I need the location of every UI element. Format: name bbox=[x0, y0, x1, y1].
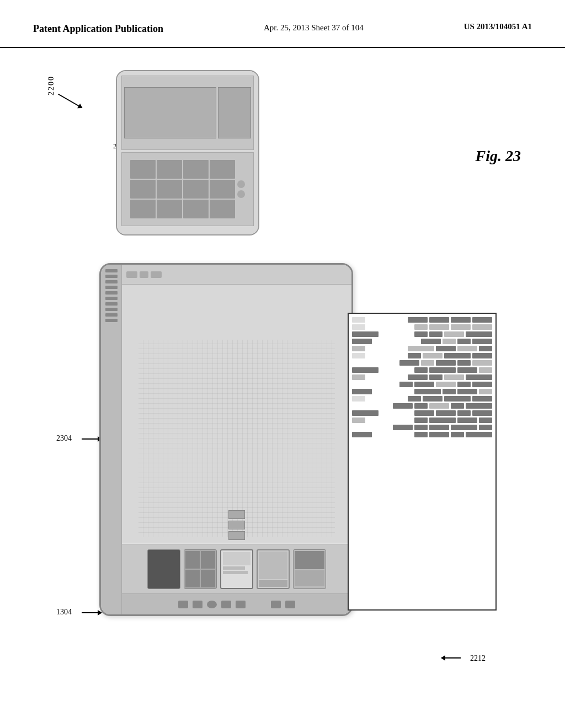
right-panel-2212 bbox=[348, 313, 497, 611]
grid-row bbox=[352, 324, 492, 330]
toolbar-icon bbox=[193, 601, 202, 608]
grid-row bbox=[352, 360, 492, 366]
grid-cell bbox=[457, 382, 471, 387]
grid-cell bbox=[444, 331, 464, 337]
floating-item bbox=[228, 521, 245, 529]
sidebar-icon bbox=[105, 286, 118, 289]
mini-sidebar bbox=[218, 87, 251, 138]
grid-row bbox=[352, 417, 492, 423]
grid-cell bbox=[408, 346, 434, 351]
sidebar-icon bbox=[105, 308, 118, 311]
floating-item bbox=[228, 510, 245, 519]
grid-cell bbox=[414, 331, 428, 337]
grid-cell bbox=[393, 403, 413, 409]
mini-image bbox=[124, 87, 216, 138]
right-panel-inner bbox=[349, 314, 495, 609]
grid-cell bbox=[429, 425, 449, 430]
label-2212: 2212 bbox=[470, 654, 486, 663]
label-1304-bottom: 1304 bbox=[56, 608, 72, 617]
grid-cell bbox=[472, 410, 492, 416]
grid-cell bbox=[451, 324, 471, 330]
grid-cell bbox=[451, 425, 477, 430]
grid-cell bbox=[436, 346, 456, 351]
grid-cell bbox=[352, 339, 372, 344]
grid-row bbox=[352, 396, 492, 402]
circle-icon bbox=[237, 180, 245, 188]
grid-cell bbox=[408, 317, 428, 323]
grid-row bbox=[352, 382, 492, 387]
strip-thumbnail-mixed bbox=[293, 549, 326, 589]
grid-cell bbox=[352, 417, 365, 423]
grid-cell bbox=[451, 317, 471, 323]
page-header: Patent Application Publication Apr. 25, … bbox=[0, 0, 565, 48]
grid-cell bbox=[408, 374, 428, 380]
thumbnail-strip bbox=[122, 544, 351, 593]
grid-cell bbox=[457, 417, 477, 423]
grid-cell bbox=[183, 200, 209, 218]
sidebar-icon bbox=[105, 302, 118, 306]
grid-cell bbox=[421, 360, 434, 366]
header-publication-label: Patent Application Publication bbox=[33, 22, 163, 36]
figure-label: Fig. 23 bbox=[476, 147, 521, 165]
grid-cell bbox=[429, 367, 456, 373]
floating-item bbox=[228, 531, 245, 540]
arrow-2212 bbox=[441, 657, 461, 659]
grid-cell bbox=[429, 317, 449, 323]
grid-cell bbox=[352, 367, 379, 373]
grid-cell bbox=[157, 180, 182, 199]
sidebar-icon bbox=[105, 313, 118, 317]
sidebar-icon bbox=[105, 275, 118, 278]
grid-cell bbox=[457, 410, 471, 416]
grid-cell bbox=[436, 410, 456, 416]
grid-cell bbox=[479, 346, 492, 351]
sidebar-icon bbox=[105, 280, 118, 283]
strip-thumbnail-light bbox=[257, 549, 290, 589]
grid-header-row bbox=[352, 317, 492, 323]
device-thumb-area bbox=[122, 510, 351, 540]
toolbar-icon bbox=[221, 601, 231, 608]
strip-thumbnail-dark bbox=[147, 549, 180, 589]
grid-cell bbox=[183, 180, 209, 199]
grid-cell bbox=[414, 417, 428, 423]
device-bottom-toolbar bbox=[122, 593, 351, 614]
diagram-top: 2200 1304 2308 bbox=[44, 70, 276, 241]
grid-cell bbox=[472, 382, 492, 387]
grid-cell bbox=[414, 389, 441, 394]
grid-cell bbox=[457, 360, 471, 366]
grid-cell bbox=[423, 353, 443, 358]
grid-cell bbox=[479, 417, 492, 423]
grid-cell bbox=[429, 432, 449, 437]
device-top-section-a bbox=[121, 76, 254, 149]
strip-thumbnail-outlined bbox=[220, 549, 253, 589]
grid-cell bbox=[399, 382, 413, 387]
grid-cell bbox=[429, 417, 456, 423]
grid-cell bbox=[157, 200, 182, 218]
grid-cell bbox=[472, 360, 492, 366]
grid-row bbox=[352, 425, 492, 430]
grid-cell bbox=[421, 339, 441, 344]
grid-cell bbox=[451, 403, 464, 409]
sidebar-icon bbox=[105, 297, 118, 300]
grid-cell bbox=[443, 389, 456, 394]
grid-cell bbox=[210, 180, 235, 199]
grid-cell bbox=[414, 403, 428, 409]
grid-row bbox=[352, 374, 492, 380]
grid-row bbox=[352, 403, 492, 409]
grid-cell bbox=[414, 382, 434, 387]
toolbar-icon bbox=[236, 601, 246, 608]
main-content: Fig. 23 2200 1304 2308 bbox=[0, 48, 565, 715]
grid-cell bbox=[399, 360, 419, 366]
grid-row bbox=[352, 410, 492, 416]
grid-cell bbox=[157, 160, 182, 179]
grid-cell bbox=[414, 425, 428, 430]
grid-cell bbox=[451, 432, 464, 437]
grid-cell bbox=[457, 346, 477, 351]
grid-cell bbox=[429, 374, 443, 380]
grid-cell bbox=[472, 339, 492, 344]
topbar-button bbox=[126, 271, 137, 278]
grid-row bbox=[352, 353, 492, 358]
toolbar-circle-icon bbox=[207, 601, 217, 608]
topbar-button bbox=[151, 271, 162, 278]
grid-cell bbox=[210, 200, 235, 218]
grid-cell bbox=[130, 200, 156, 218]
